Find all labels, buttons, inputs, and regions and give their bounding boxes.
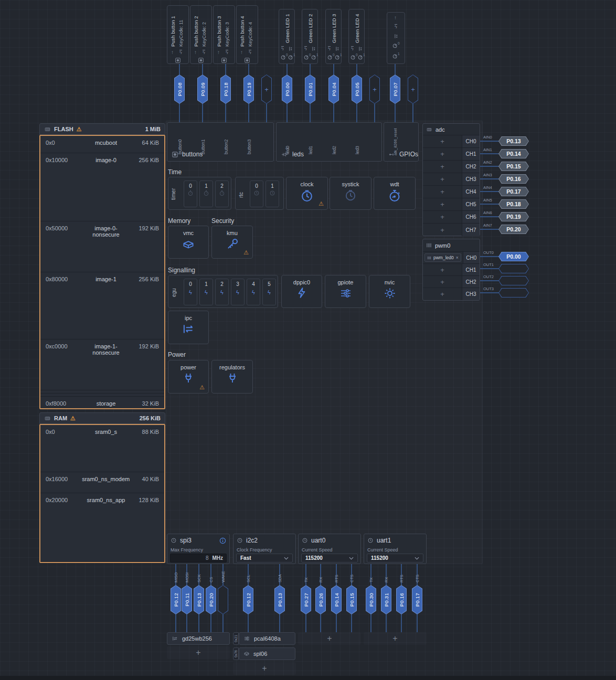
pin-top[interactable]: P0.08 (174, 75, 185, 104)
pin-wake-empty[interactable] (218, 585, 228, 614)
gpios-peripheral-panel[interactable]: atk_8266_reset GPIOs (384, 122, 419, 162)
pin-bottom[interactable]: P0.12 (171, 585, 181, 614)
flash-partition-row[interactable]: 0x10000image-0256 KiB (40, 153, 164, 221)
spi3-add-device-button[interactable]: + (167, 646, 230, 659)
pin-adc[interactable]: P0.18 (498, 199, 529, 209)
clock-frequency-select[interactable]: Fast (236, 554, 293, 562)
info-icon[interactable] (219, 537, 226, 544)
pin-bottom[interactable]: P0.27 (301, 585, 311, 614)
gpiote-card[interactable]: gpiote (325, 275, 366, 308)
pin-pwm-out0[interactable]: P0.00 (498, 252, 529, 261)
timer1-card[interactable]: 1 (199, 180, 213, 207)
pin-adc[interactable]: P0.17 (498, 187, 529, 196)
vmc-card[interactable]: vmc (168, 226, 209, 259)
gd25wb256-device[interactable]: gd25wb256 (167, 632, 230, 645)
pin-top[interactable]: P0.18 (220, 75, 231, 104)
pin-top[interactable]: P0.05 (352, 75, 362, 104)
adc-ch7-add-button[interactable]: + (423, 224, 462, 236)
adc-ch2-add-button[interactable]: + (423, 161, 462, 173)
max-frequency-input[interactable]: 8 MHz (170, 554, 227, 562)
ram-partition-row[interactable]: 0x20000sram0_ns_app128 KiB (40, 493, 164, 562)
spl06-device[interactable]: spl06 (239, 647, 295, 660)
pin-top[interactable]: P0.07 (390, 75, 400, 104)
push-button-1-card[interactable]: Push button 1 KeyCode: 11 ↑ ϟ (167, 5, 189, 64)
pwm-ch2-add-button[interactable]: + (423, 276, 462, 288)
flash-partition-row[interactable]: 0xf8000storage32 KiB (40, 397, 164, 409)
buttons-peripheral-panel[interactable]: button0 button1 button2 button3 buttons (167, 122, 274, 162)
dppic0-card[interactable]: dppic0 (281, 275, 322, 308)
pin-adc[interactable]: P0.16 (498, 174, 529, 184)
rtc1-card[interactable]: 1 (265, 180, 279, 207)
pin-bottom[interactable]: P0.13 (194, 585, 204, 614)
push-button-3-card[interactable]: Push button 3 KeyCode: 3 ↑ ϟ (213, 5, 235, 64)
pin-bottom[interactable]: P0.14 (331, 585, 342, 614)
pin-top[interactable]: P0.04 (328, 75, 339, 104)
green-led-1-card[interactable]: Green LED 1 ϟ 0 1 (279, 9, 295, 64)
power-card[interactable]: power ⚠ (168, 360, 209, 394)
timer2-card[interactable]: 2 (215, 180, 229, 207)
leds-peripheral-panel[interactable]: led0 led1 led2 led3 leds (276, 122, 382, 162)
flash-partition-row[interactable]: 0x80000image-1256 KiB (40, 272, 164, 339)
green-led-2-card[interactable]: Green LED 2 ϟ 0 1 (302, 9, 318, 64)
pin-adc[interactable]: P0.19 (498, 212, 529, 221)
flash-partition-row[interactable]: 0x50000image-0-nonsecure192 KiB (40, 221, 164, 272)
regulators-card[interactable]: regulators (211, 360, 253, 394)
adc-ch5-add-button[interactable]: + (423, 198, 462, 210)
uart1-add-device-button[interactable]: + (364, 632, 427, 645)
ram-header[interactable]: RAM ⚠ 256 KiB (39, 412, 165, 424)
pin-bottom[interactable]: P0.13 (274, 585, 285, 614)
spi3-panel[interactable]: spi3 Max Frequency 8 MHz (167, 534, 230, 564)
rtc0-card[interactable]: 0 (250, 180, 263, 207)
egu1-card[interactable]: 1ϟ (199, 279, 213, 305)
i2c2-add-device-button[interactable]: + (233, 662, 296, 675)
nvic-card[interactable]: nvic (369, 275, 410, 308)
adc-ch0-add-button[interactable]: + (423, 135, 462, 147)
pin-empty-add[interactable]: + (408, 75, 418, 104)
egu4-card[interactable]: 4ϟ (247, 279, 260, 305)
push-button-4-card[interactable]: Push button 4 KeyCode: 4 ↑ ϟ (236, 5, 258, 64)
adc-ch4-add-button[interactable]: + (423, 186, 462, 198)
pin-adc[interactable]: P0.15 (498, 162, 529, 171)
remove-assignment-button[interactable]: × (456, 255, 459, 260)
pin-pwm-out3-empty[interactable] (498, 288, 529, 298)
kmu-card[interactable]: kmu ⚠ (211, 226, 253, 259)
pin-bottom[interactable]: P0.26 (315, 585, 326, 614)
flash-header[interactable]: FLASH ⚠ 1 MiB (39, 123, 165, 135)
pin-pwm-out1-empty[interactable] (498, 264, 529, 273)
i2c2-panel[interactable]: i2c2 Clock Frequency Fast (233, 534, 296, 564)
pin-bottom[interactable]: P0.31 (381, 585, 391, 614)
pin-bottom[interactable]: P0.16 (396, 585, 407, 614)
current-speed-select[interactable]: 115200 (301, 554, 358, 562)
pin-top[interactable]: P0.09 (197, 75, 208, 104)
clock-card[interactable]: clock ⚠ (286, 177, 328, 210)
ram-partition-row[interactable]: 0x16000sram0_ns_modem40 KiB (40, 472, 164, 493)
pin-top[interactable]: P0.01 (305, 75, 315, 104)
egu3-card[interactable]: 3ϟ (231, 279, 245, 305)
push-button-2-card[interactable]: Push button 2 KeyCode: 2 ↑ ϟ (190, 5, 212, 64)
uart0-add-device-button[interactable]: + (298, 632, 361, 645)
uart0-panel[interactable]: uart0 Current Speed 115200 (298, 534, 361, 564)
green-led-4-card[interactable]: Green LED 4 ϟ 0 1 (348, 9, 365, 64)
ram-partition-row[interactable]: 0x0sram0_s88 KiB (40, 425, 164, 472)
pin-bottom[interactable]: P0.20 (206, 585, 216, 614)
adc-ch6-add-button[interactable]: + (423, 211, 462, 223)
pin-bottom[interactable]: P0.17 (412, 585, 422, 614)
pin-top[interactable]: P0.19 (243, 75, 254, 104)
ipc-card[interactable]: ipc (168, 311, 209, 344)
pin-top[interactable]: P0.00 (282, 75, 292, 104)
adc-ch3-add-button[interactable]: + (423, 173, 462, 185)
pin-bottom[interactable]: P0.12 (243, 585, 253, 614)
egu5-card[interactable]: 5ϟ (262, 279, 276, 305)
green-led-3-card[interactable]: Green LED 3 ϟ 0 1 (325, 9, 342, 64)
current-speed-select[interactable]: 115200 (367, 554, 423, 562)
systick-card[interactable]: systick (330, 177, 371, 210)
pin-empty-add[interactable]: + (369, 75, 380, 104)
uart1-panel[interactable]: uart1 Current Speed 115200 (364, 534, 427, 564)
flash-partition-row[interactable]: 0x0mcuboot64 KiB (40, 136, 164, 153)
pin-adc[interactable]: P0.14 (498, 149, 529, 158)
adc-ch1-add-button[interactable]: + (423, 148, 462, 160)
gpio-pin-config-card[interactable]: ↑ ϟ 0 1 (387, 12, 405, 64)
pin-pwm-out2-empty[interactable] (498, 276, 529, 285)
egu0-card[interactable]: 0ϟ (184, 279, 197, 305)
timer0-card[interactable]: 0 (184, 180, 197, 207)
